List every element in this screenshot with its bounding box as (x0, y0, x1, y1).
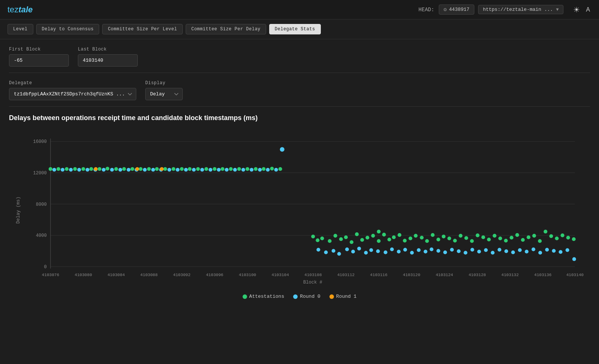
svg-text:4103120: 4103120 (403, 273, 420, 277)
svg-point-124 (481, 235, 485, 239)
svg-point-149 (369, 248, 373, 252)
svg-text:4103076: 4103076 (42, 273, 60, 277)
svg-point-77 (192, 168, 196, 172)
url-dropdown[interactable]: https://teztale-main ... ▼ (478, 5, 563, 14)
svg-point-34 (73, 167, 77, 171)
svg-point-131 (521, 238, 525, 242)
svg-point-82 (233, 168, 237, 172)
svg-point-139 (566, 236, 570, 239)
svg-point-163 (463, 251, 467, 254)
svg-point-108 (392, 235, 396, 239)
svg-point-38 (106, 167, 109, 171)
svg-text:12000: 12000 (33, 171, 47, 176)
svg-text:Delay (ms): Delay (ms) (16, 196, 21, 223)
first-block-input[interactable] (9, 54, 69, 67)
svg-point-170 (511, 250, 515, 254)
svg-point-141 (316, 248, 320, 251)
svg-point-98 (344, 235, 348, 239)
tab-committee-size-per-delay[interactable]: Committee Size Per Delay (186, 24, 266, 34)
head-label: HEAD: (419, 7, 434, 13)
svg-point-97 (339, 237, 343, 241)
svg-point-74 (167, 168, 171, 172)
chevron-down-icon: ▼ (556, 7, 559, 12)
tab-delay-to-consensus[interactable]: Delay to Consensus (36, 24, 100, 34)
svg-point-126 (493, 234, 496, 238)
svg-point-67 (110, 168, 114, 172)
svg-point-148 (364, 251, 368, 254)
svg-point-87 (274, 168, 278, 172)
delegate-select[interactable]: tz1dbfppLAAxXZNtf2SDps7rch3qfUznKS ... (9, 88, 136, 100)
svg-point-105 (382, 233, 386, 236)
svg-point-89 (136, 167, 139, 171)
svg-point-164 (471, 248, 474, 251)
svg-point-116 (437, 238, 440, 241)
svg-point-71 (143, 168, 147, 172)
svg-text:4103088: 4103088 (140, 273, 158, 277)
svg-point-114 (425, 239, 429, 243)
svg-point-134 (538, 239, 542, 243)
tab-delegate-stats[interactable]: Delegate Stats (269, 24, 321, 34)
svg-point-40 (122, 167, 126, 171)
round0-label: Round 0 (300, 294, 320, 299)
attestations-dot (243, 294, 247, 299)
display-select[interactable]: Delay Round (145, 88, 183, 100)
svg-point-159 (437, 249, 440, 253)
svg-point-176 (552, 249, 556, 253)
svg-text:Block #: Block # (303, 280, 322, 285)
tab-level[interactable]: Level (7, 24, 33, 34)
svg-text:4103128: 4103128 (468, 273, 486, 277)
svg-point-58 (270, 167, 274, 171)
tab-committee-size-per-level[interactable]: Committee Size Per Level (102, 24, 183, 34)
svg-point-81 (225, 168, 228, 172)
logo: teztale (7, 5, 33, 15)
theme-toggle-button[interactable]: ☀ (572, 4, 581, 16)
svg-point-31 (49, 167, 52, 171)
svg-point-144 (337, 252, 341, 256)
svg-point-143 (332, 249, 335, 253)
svg-point-90 (160, 167, 164, 171)
svg-point-88 (94, 167, 98, 171)
svg-point-35 (82, 167, 85, 171)
svg-point-128 (504, 239, 508, 242)
svg-point-161 (450, 248, 454, 251)
attestations-label: Attestations (249, 294, 285, 299)
svg-text:4103084: 4103084 (107, 273, 125, 277)
svg-point-133 (532, 234, 536, 238)
svg-point-55 (246, 167, 249, 171)
legend-round1: Round 1 (329, 294, 357, 299)
delegate-group: Delegate tz1dbfppLAAxXZNtf2SDps7rch3qfUz… (9, 80, 136, 100)
svg-point-61 (61, 168, 64, 172)
svg-point-117 (442, 235, 446, 238)
svg-point-151 (384, 250, 387, 254)
svg-point-112 (414, 234, 417, 238)
svg-point-107 (387, 238, 391, 241)
svg-point-92 (311, 235, 315, 238)
svg-text:4103104: 4103104 (271, 273, 289, 277)
svg-point-100 (355, 232, 359, 236)
svg-point-130 (515, 233, 519, 237)
svg-text:4103112: 4103112 (337, 273, 355, 277)
svg-point-162 (457, 249, 460, 253)
svg-point-103 (371, 234, 375, 238)
url-text: https://teztale-main ... (483, 7, 553, 12)
svg-text:4103140: 4103140 (566, 273, 584, 277)
legend-round0: Round 0 (293, 294, 320, 299)
svg-point-178 (565, 248, 569, 252)
svg-point-50 (204, 167, 208, 171)
svg-point-79 (209, 168, 212, 172)
svg-point-175 (545, 248, 549, 251)
svg-point-152 (390, 247, 394, 251)
svg-text:4103108: 4103108 (304, 273, 322, 277)
svg-point-43 (147, 167, 151, 171)
translate-button[interactable]: A (584, 5, 592, 15)
svg-point-85 (258, 168, 262, 172)
svg-point-44 (155, 167, 159, 171)
svg-point-167 (491, 251, 495, 254)
logo-tez-text: tez (7, 5, 18, 14)
first-block-label: First Block (9, 47, 69, 52)
svg-point-68 (118, 168, 122, 172)
last-block-input[interactable] (78, 54, 138, 67)
svg-point-91 (280, 147, 285, 152)
svg-point-52 (221, 167, 224, 171)
svg-point-83 (241, 168, 245, 172)
